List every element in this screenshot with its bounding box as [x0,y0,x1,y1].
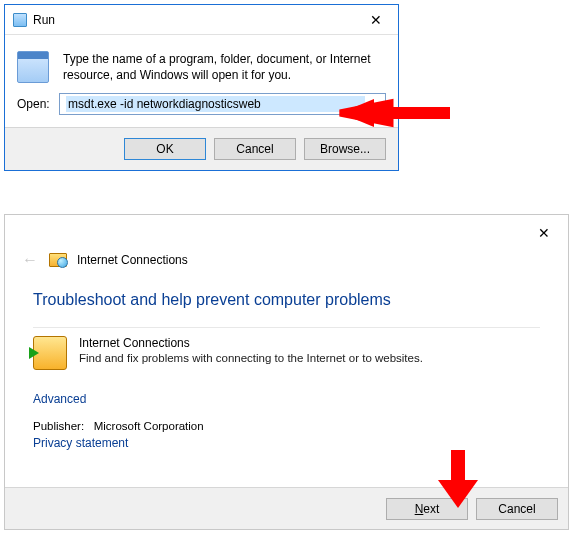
chevron-down-icon[interactable]: ⌄ [365,98,383,111]
privacy-link[interactable]: Privacy statement [33,436,128,450]
run-close-button[interactable]: ✕ [354,5,398,35]
ts-cancel-button[interactable]: Cancel [476,498,558,520]
cancel-button[interactable]: Cancel [214,138,296,160]
troubleshooter-item-desc: Find and fix problems with connecting to… [79,352,423,364]
run-titlebar: Run ✕ [5,5,398,35]
close-icon: ✕ [538,225,550,241]
troubleshooter-item: Internet Connections Find and fix proble… [33,327,540,374]
back-arrow-icon: ← [21,251,39,269]
run-program-icon [17,51,49,83]
open-input[interactable] [66,96,365,112]
open-row: Open: ⌄ [5,93,398,127]
next-button[interactable]: Next [386,498,468,520]
publisher-value: Microsoft Corporation [94,420,204,432]
browse-button[interactable]: Browse... [304,138,386,160]
ok-button[interactable]: OK [124,138,206,160]
advanced-link[interactable]: Advanced [33,392,86,406]
ts-header: ← Internet Connections [5,251,568,281]
open-combobox[interactable]: ⌄ [59,93,386,115]
publisher-label: Publisher: [33,420,84,432]
run-dialog: Run ✕ Type the name of a program, folder… [4,4,399,171]
close-icon: ✕ [370,12,382,28]
ts-heading: Troubleshoot and help prevent computer p… [33,291,540,309]
ts-header-title: Internet Connections [77,253,188,267]
run-description: Type the name of a program, folder, docu… [63,51,386,83]
run-body: Type the name of a program, folder, docu… [5,35,398,93]
internet-connections-icon [49,253,67,267]
run-app-icon [13,13,27,27]
run-title: Run [33,13,354,27]
ts-footer: Next Cancel [5,487,568,529]
ts-body: Troubleshoot and help prevent computer p… [5,281,568,456]
troubleshooter-item-icon [33,336,67,370]
ts-close-button[interactable]: ✕ [524,218,564,248]
troubleshooter-window: ✕ ← Internet Connections Troubleshoot an… [4,214,569,530]
publisher-row: Publisher: Microsoft Corporation [33,420,540,432]
ts-titlebar: ✕ [5,215,568,251]
open-label: Open: [17,97,59,111]
troubleshooter-item-name: Internet Connections [79,336,423,350]
run-footer: OK Cancel Browse... [5,127,398,170]
